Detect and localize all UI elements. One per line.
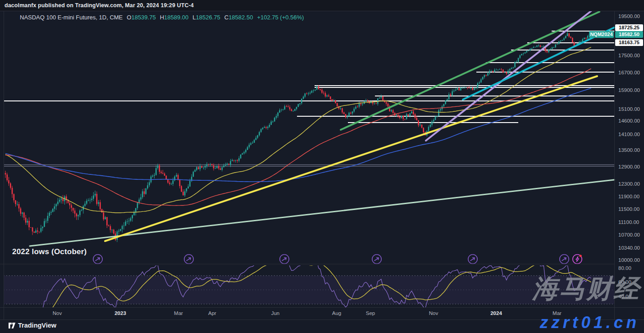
- time-axis-label[interactable]: Nov: [53, 310, 62, 316]
- time-axis-label[interactable]: Mar: [174, 310, 183, 316]
- price-axis-label[interactable]: 15100.00: [618, 106, 640, 112]
- price-axis-label[interactable]: 19500.00: [618, 14, 640, 19]
- chart-canvas[interactable]: [0, 0, 644, 333]
- rsi-band-fill: [4, 276, 614, 304]
- tradingview-logo[interactable]: TradingView: [8, 322, 56, 329]
- price-axis-label[interactable]: 17500.00: [618, 53, 640, 58]
- price-label-18163.75: 18163.75: [615, 39, 643, 46]
- price-axis-label[interactable]: 12300.00: [618, 181, 640, 187]
- price-axis-label[interactable]: 80.00: [618, 265, 631, 271]
- price-label-18582.50: 18582.50: [615, 31, 643, 38]
- time-axis-label[interactable]: Apr: [208, 310, 216, 316]
- price-axis-label[interactable]: 13500.00: [618, 147, 640, 153]
- legend-h: H18589.00: [160, 14, 189, 21]
- time-axis-label[interactable]: 2024: [490, 310, 502, 316]
- legend-o: O18539.75: [127, 14, 155, 21]
- legend-c: C18582.50: [224, 14, 253, 21]
- price-axis-label[interactable]: 11500.00: [618, 206, 639, 212]
- chart-annotation: 2022 lows (October): [12, 247, 87, 256]
- legend-change: +102.75 (+0.56%): [257, 14, 304, 21]
- price-axis-label[interactable]: 10000.00: [618, 257, 640, 263]
- price-axis-label[interactable]: 11100.00: [618, 219, 639, 225]
- time-axis-label[interactable]: Jun: [271, 310, 280, 316]
- tradingview-logo-text: TradingView: [18, 322, 56, 329]
- price-axis-label[interactable]: 14600.00: [618, 118, 640, 123]
- tradingview-logo-icon: [8, 322, 16, 329]
- attribution-bar: dacolmanfx published on TradingView.com,…: [0, 0, 644, 11]
- legend-symbol[interactable]: NASDAQ 100 E-mini Futures, 1D, CME: [20, 14, 123, 21]
- price-axis-label[interactable]: 16700.00: [618, 70, 640, 75]
- symbol-legend[interactable]: NASDAQ 100 E-mini Futures, 1D, CMEO18539…: [20, 14, 304, 21]
- time-axis-label[interactable]: Nov: [429, 310, 438, 316]
- legend-l: L18526.75: [192, 14, 220, 21]
- time-axis-label[interactable]: Mar: [553, 310, 562, 316]
- time-axis-label[interactable]: 2023: [114, 310, 126, 316]
- price-axis-label[interactable]: 14100.00: [618, 132, 640, 137]
- time-axis-label[interactable]: Sep: [366, 310, 375, 316]
- tradingview-snapshot: dacolmanfx published on TradingView.com,…: [0, 0, 644, 333]
- price-axis-label[interactable]: 60.00: [618, 279, 631, 285]
- price-axis-label[interactable]: 10700.00: [618, 232, 640, 237]
- time-axis-label[interactable]: Aug: [332, 310, 341, 316]
- price-axis-label[interactable]: 12900.00: [618, 164, 640, 169]
- price-axis-label[interactable]: 10340.00: [618, 245, 640, 251]
- price-label-18725.25: 18725.25: [615, 24, 643, 31]
- price-axis-label[interactable]: 15900.00: [618, 87, 640, 93]
- contract-tag: NQM2024: [589, 31, 614, 38]
- price-axis-label[interactable]: 11900.00: [618, 194, 639, 199]
- price-axis-label[interactable]: 40.00: [618, 294, 631, 299]
